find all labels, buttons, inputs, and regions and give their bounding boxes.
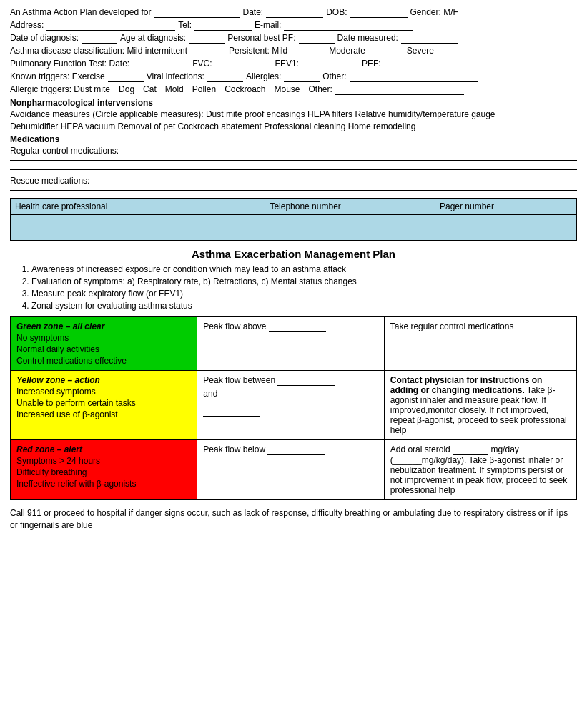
date-measured-field[interactable] (401, 33, 458, 44)
exercise-field[interactable] (108, 71, 144, 82)
zone-table: Green zone – all clear No symptoms Norma… (10, 316, 577, 500)
med-line-1 (10, 160, 577, 161)
email-field[interactable] (284, 20, 413, 31)
nonpharm-title: Nonpharmacological intervensions (10, 98, 577, 108)
row-dehumid: Dehumidifier HEPA vacuum Removal of pet … (10, 121, 577, 131)
cockroach-label: Cockroach (225, 84, 265, 94)
yellow-zone-row: Yellow zone – action Increased symptoms … (11, 371, 577, 440)
yellow-zone-label: Yellow zone – action (16, 375, 191, 385)
red-item-1: Symptoms > 24 hours (16, 456, 191, 466)
rescue-label: Rescue medications: (10, 176, 89, 186)
medications-title: Medications (10, 134, 577, 144)
hcp-col2-data[interactable] (265, 215, 435, 241)
class-field[interactable] (190, 46, 226, 56)
mild-field[interactable] (290, 46, 326, 56)
classification-label: Asthma disease classification: Mild inte… (10, 46, 187, 56)
row-regular-control: Regular control medications: (10, 146, 577, 156)
known-triggers-label: Known triggers: Exercise (10, 71, 105, 81)
yellow-item-3: Increased use of β-agonist (16, 409, 191, 419)
yellow-item-2: Unable to perform certain tasks (16, 398, 191, 408)
green-peak-field[interactable] (269, 321, 326, 332)
hcp-col3-data[interactable] (435, 215, 576, 241)
red-zone-cell: Red zone – alert Symptoms > 24 hours Dif… (11, 440, 197, 500)
row-avoidance: Avoidance measures (Circle applicable me… (10, 109, 577, 119)
yellow-peak-cell: Peak flow between and (197, 371, 384, 440)
red-action-cell: Add oral steroid mg/day (______mg/kg/day… (384, 440, 576, 500)
row-rescue: Rescue medications: (10, 176, 577, 186)
viral-label: Viral infections: (147, 71, 204, 81)
allergic-triggers-label: Allergic triggers: Dust mite (10, 84, 110, 94)
green-item-2: Normal daily activities (16, 344, 191, 354)
green-action-cell: Take regular control medications (384, 317, 576, 371)
tel-field[interactable] (194, 20, 252, 31)
age-diag-field[interactable] (189, 33, 225, 44)
email-label: E-mail: (255, 20, 281, 30)
viral-field[interactable] (207, 71, 243, 82)
title-label: An Asthma Action Plan developed for (10, 7, 151, 17)
footer-note: Call 911 or proceed to hospital if dange… (10, 507, 577, 532)
hcp-col1-header: Health care professional (11, 199, 265, 215)
hcp-header-row: Health care professional Telephone numbe… (11, 199, 577, 215)
diag-date-field[interactable] (82, 33, 117, 44)
red-zone-row: Red zone – alert Symptoms > 24 hours Dif… (11, 440, 577, 500)
date-label: Date: (242, 7, 263, 17)
date-field[interactable] (266, 7, 323, 18)
pulmonary-label: Pulmonary Function Test: Date: (10, 59, 129, 69)
rescue-line (10, 190, 577, 191)
fev1-label: FEV1: (275, 59, 299, 69)
moderate-field[interactable] (368, 46, 404, 56)
green-zone-label: Green zone – all clear (16, 321, 191, 331)
fvc-field[interactable] (215, 59, 272, 69)
age-diag-label: Age at diagnosis: (120, 33, 186, 43)
avoidance-label: Avoidance measures (Circle applicable me… (10, 109, 495, 119)
other-field[interactable] (350, 71, 478, 82)
list-item: Awareness of increased exposure or condi… (31, 264, 577, 274)
row-address: Address: Tel: E-mail: (10, 20, 577, 31)
hcp-col3-header: Pager number (435, 199, 576, 215)
dob-label: DOB: (326, 7, 347, 17)
hcp-table: Health care professional Telephone numbe… (10, 198, 577, 241)
red-action-text: Add oral steroid (390, 444, 450, 454)
pollen-label: Pollen (192, 84, 216, 94)
exacerbation-title: Asthma Exacerbation Management Plan (10, 248, 577, 260)
yellow-action-text: Contact physician for instructions on ad… (390, 375, 543, 395)
yellow-peak-field1[interactable] (277, 375, 335, 386)
red-zone-label: Red zone – alert (16, 444, 191, 454)
severe-field[interactable] (437, 46, 473, 56)
hcp-data-row (11, 215, 577, 241)
red-item-3: Ineffective relief with β-agonists (16, 479, 191, 489)
moderate-label: Moderate (329, 46, 365, 56)
list-item: Zonal system for evaluating asthma statu… (31, 301, 577, 311)
hcp-col1-data[interactable] (11, 215, 265, 241)
name-field[interactable] (154, 7, 240, 18)
med-line-2 (10, 169, 577, 170)
mouse-label: Mouse (274, 84, 300, 94)
allergies-field[interactable] (284, 71, 320, 82)
allergies-label: Allergies: (246, 71, 281, 81)
regular-control-label: Regular control medications: (10, 146, 119, 156)
red-mg-field[interactable] (453, 444, 488, 455)
pef-label: PEF: (362, 59, 381, 69)
personal-best-label: Personal best PF: (227, 33, 295, 43)
green-peak-cell: Peak flow above (197, 317, 384, 371)
green-zone-row: Green zone – all clear No symptoms Norma… (11, 317, 577, 371)
red-peak-field[interactable] (267, 444, 325, 455)
row-known-triggers: Known triggers: Exercise Viral infection… (10, 71, 577, 82)
yellow-action-cell: Contact physician for instructions on ad… (384, 371, 576, 440)
dog-label: Dog (119, 84, 134, 94)
address-field[interactable] (46, 20, 175, 31)
personal-best-field[interactable] (299, 33, 335, 44)
yellow-item-1: Increased symptoms (16, 387, 191, 397)
fvc-label: FVC: (192, 59, 212, 69)
exacerbation-list: Awareness of increased exposure or condi… (10, 264, 577, 311)
pft-date-field[interactable] (132, 59, 189, 69)
pef-field[interactable] (384, 59, 470, 69)
list-item: Measure peak expiratory flow (or FEV1) (31, 289, 577, 299)
red-peak-cell: Peak flow below (197, 440, 384, 500)
gender-label: Gender: M/F (410, 7, 458, 17)
dob-field[interactable] (350, 7, 408, 18)
other2-field[interactable] (335, 84, 464, 95)
yellow-peak-field2[interactable] (203, 406, 260, 417)
fev1-field[interactable] (302, 59, 359, 69)
row-classification: Asthma disease classification: Mild inte… (10, 46, 577, 56)
